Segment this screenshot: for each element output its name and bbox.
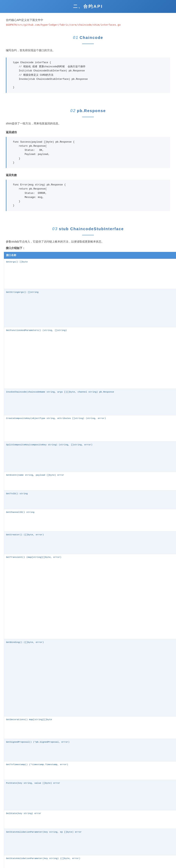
- divider-02: [82, 117, 94, 117]
- section-03-title: stub ChaincodeStubInterface: [59, 227, 124, 231]
- table-row: GetChannelID() string获取当前的通道名称: [4, 509, 176, 531]
- api-name-cell: GetStateValidationParameter(key string) …: [4, 855, 176, 868]
- api-intro-line1: 合约核心API定义在下面文件中: [6, 18, 170, 23]
- table-row: SetEvent(name string, payload []byte) er…: [4, 472, 176, 490]
- api-name-cell: GetDecorations() map[string][]byte: [4, 716, 176, 739]
- api-name-cell: GetSignedProposal() (*pb.SignedProposal,…: [4, 739, 176, 761]
- table-row: DelState(key string) error删除账本一对键值: [4, 810, 176, 829]
- section-stub-title: 03stub ChaincodeStubInterface: [0, 220, 176, 235]
- api-name-cell: DelState(key string) error: [4, 810, 176, 829]
- success-code-block: func Success(payload []byte) pb.Response…: [6, 137, 170, 168]
- divider-01: [82, 43, 94, 44]
- table-row: GetCreator() ([]byte, error)获取交易提交者信息: [4, 531, 176, 554]
- table-row: GetTxID() string获取交易的交易 ID: [4, 490, 176, 509]
- api-name-cell: GetArgs() []byte: [4, 258, 176, 289]
- api-name-cell: CreateCompositeKey(objectType string, at…: [4, 415, 176, 441]
- table-row: GetDecorations() map[string][]byte获取交易的额…: [4, 716, 176, 739]
- api-name-cell: SetStateValidationParameter(key string, …: [4, 829, 176, 855]
- api-name-cell: GetStringArgs() []string: [4, 289, 176, 327]
- api-name-cell: InvokeChaincode(chaincodeName string, ar…: [4, 389, 176, 415]
- chaincode-code-block: type Chaincode interface { // 初始化 或者 更新c…: [6, 58, 170, 93]
- section-02-desc: shim提供了一组方法，用来包装返回的信息。: [0, 121, 176, 129]
- table-row: InvokeChaincode(chaincodeName string, ar…: [4, 389, 176, 415]
- api-name-cell: GetChannelID() string: [4, 509, 176, 531]
- divider-03: [82, 235, 94, 235]
- api-path: $GOPATH/src/github.com/hyperledger/fabri…: [6, 23, 170, 27]
- api-name-cell: GetBinding() ([]byte, error): [4, 639, 176, 716]
- section-01-title: Chaincode: [80, 35, 103, 40]
- section-chaincode-title: 01Chaincode: [0, 29, 176, 43]
- section-02-title: pb.Response: [77, 108, 106, 113]
- api-name-cell: GetTxTimestamp() (*timestamp.Timestamp, …: [4, 761, 176, 780]
- api-name-cell: GetTransient() (map[string][]byte, error…: [4, 554, 176, 639]
- section-01-num: 01: [73, 35, 79, 40]
- table-row: GetTransient() (map[string][]byte, error…: [4, 554, 176, 639]
- table-row: GetStringArgs() []string获取链码调用请求中的原始字符串参…: [4, 289, 176, 327]
- col-header-name: 接口名称: [4, 252, 176, 258]
- api-name-cell: SetEvent(name string, payload []byte) er…: [4, 472, 176, 490]
- table-row: GetBinding() ([]byte, error)返回交易的绑定信息，这类…: [4, 639, 176, 716]
- api-name-cell: GetCreator() ([]byte, error): [4, 531, 176, 554]
- api-intro: 合约核心API定义在下面文件中 $GOPATH/src/github.com/h…: [0, 13, 176, 29]
- main-title: 二、合约API: [0, 0, 176, 13]
- api-name-cell: SplitCompositeKey(compositeKey string) (…: [4, 441, 176, 472]
- table-row: PutState(key string, value []byte) error…: [4, 780, 176, 810]
- table-row: CreateCompositeKey(objectType string, at…: [4, 415, 176, 441]
- fail-code-block: func Error(msg string) pb.Response { ret…: [6, 180, 170, 211]
- api-name-cell: GetFunctionAndParameters() (string, []st…: [4, 327, 176, 389]
- fail-label: 返回失败: [0, 172, 176, 178]
- api-name-cell: GetTxID() string: [4, 490, 176, 509]
- table-header-row: 接口名称 说明: [4, 252, 176, 258]
- section-01-desc: 编写合约，首先得实现这个接口的方法。: [0, 48, 176, 56]
- section-03-desc: 参数stub由节点传入，它提供了访问链上账本的方法，以便读取或更新账本状态。: [0, 239, 176, 246]
- api-table-section: 接口介绍如下： 接口名称 说明 GetArgs() []byte获取链码调用请求…: [0, 246, 176, 868]
- table-row: GetFunctionAndParameters() (string, []st…: [4, 327, 176, 389]
- api-table: 接口名称 说明 GetArgs() []byte获取链码调用请求中的原始参数Ge…: [4, 252, 176, 868]
- table-row: GetSignedProposal() (*pb.SignedProposal,…: [4, 739, 176, 761]
- section-02-num: 02: [70, 108, 76, 113]
- table-row: SetStateValidationParameter(key string, …: [4, 829, 176, 855]
- table-row: GetArgs() []byte获取链码调用请求中的原始参数: [4, 258, 176, 289]
- api-name-cell: PutState(key string, value []byte) error: [4, 780, 176, 810]
- table-header-label: 接口介绍如下：: [4, 246, 172, 252]
- section-pb-title: 02pb.Response: [0, 102, 176, 117]
- table-row: GetStateValidationParameter(key string) …: [4, 855, 176, 868]
- success-label: 返回成功: [0, 129, 176, 135]
- section-03-num: 03: [52, 226, 58, 231]
- table-row: GetTxTimestamp() (*timestamp.Timestamp, …: [4, 761, 176, 780]
- table-row: SplitCompositeKey(compositeKey string) (…: [4, 441, 176, 472]
